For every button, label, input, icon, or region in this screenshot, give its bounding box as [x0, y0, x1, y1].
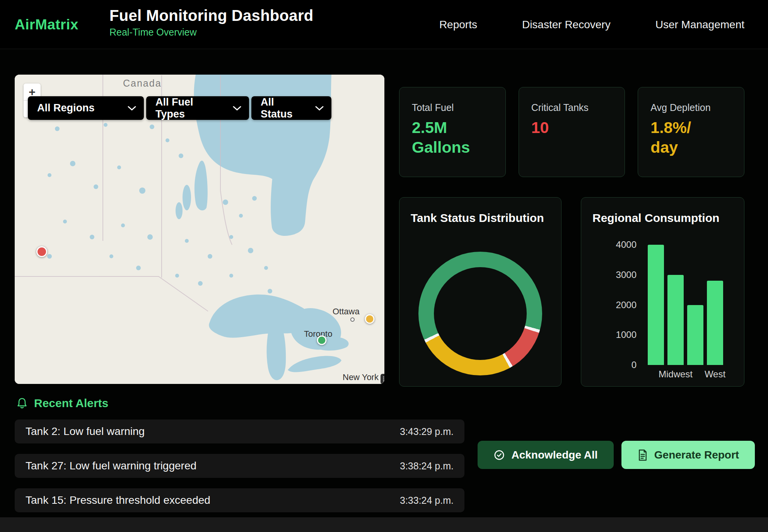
- nav-reports[interactable]: Reports: [439, 19, 477, 31]
- resize-handle[interactable]: [381, 374, 384, 384]
- donut-chart: [418, 252, 542, 375]
- stat-value: 2.5M Gallons: [412, 118, 483, 158]
- tank-status-chart-card: Tank Status Distribution: [399, 197, 561, 387]
- chevron-down-icon: [233, 106, 241, 111]
- alert-timestamp: 3:43:29 p.m.: [400, 426, 454, 437]
- chevron-down-icon: [128, 106, 136, 111]
- bottom-strip: [0, 517, 768, 532]
- regions-filter-value: All Regions: [37, 102, 95, 114]
- chevron-down-icon: [315, 106, 324, 111]
- bar: [667, 275, 684, 365]
- stats-row: Total Fuel 2.5M Gallons Critical Tanks 1…: [399, 87, 744, 177]
- bar-column: Midwest: [667, 245, 684, 365]
- y-tick-label: 1000: [616, 329, 637, 340]
- page-title: Fuel Monitoring Dashboard: [109, 7, 313, 24]
- alert-list: Tank 2: Low fuel warning 3:43:29 p.m. Ta…: [15, 419, 464, 523]
- stat-card-total-fuel: Total Fuel 2.5M Gallons: [399, 87, 506, 177]
- page-subtitle: Real-Time Overview: [109, 27, 313, 38]
- tank-marker-critical[interactable]: [36, 246, 47, 257]
- brand-logo: AirMatrix: [15, 0, 79, 49]
- document-icon: [637, 449, 648, 461]
- alert-message: Tank 15: Pressure threshold exceeded: [26, 494, 210, 506]
- y-tick-label: 4000: [616, 239, 637, 250]
- status-filter-dropdown[interactable]: All Status: [251, 96, 331, 120]
- chart-title: Regional Consumption: [592, 211, 719, 225]
- ottawa-city-ring-icon: [350, 317, 355, 322]
- alerts-heading-label: Recent Alerts: [34, 397, 108, 410]
- stat-label: Avg Depletion: [650, 102, 732, 113]
- stat-value: 10: [531, 118, 603, 138]
- bar-chart-bars: MidwestWest: [648, 245, 723, 365]
- nav-disaster-recovery[interactable]: Disaster Recovery: [522, 19, 611, 31]
- alert-timestamp: 3:33:24 p.m.: [400, 495, 454, 506]
- map-filter-row: All Regions All Fuel Types All Status: [28, 96, 331, 120]
- stat-label: Critical Tanks: [531, 102, 613, 113]
- tank-marker-normal[interactable]: [317, 336, 327, 345]
- generate-report-label: Generate Report: [654, 449, 739, 461]
- app-root: AirMatrix Fuel Monitoring Dashboard Real…: [0, 0, 768, 532]
- bar: [648, 245, 664, 365]
- acknowledge-all-label: Acknowledge All: [511, 449, 597, 461]
- circle-check-icon: [493, 449, 505, 461]
- bar: [707, 281, 723, 365]
- drag-dots-icon: [382, 376, 384, 382]
- status-filter-value: All Status: [261, 96, 305, 120]
- alert-row[interactable]: Tank 15: Pressure threshold exceeded 3:3…: [15, 488, 464, 512]
- bar-chart: 40003000200010000 MidwestWest: [595, 239, 723, 370]
- bar: [687, 305, 703, 365]
- alert-row[interactable]: Tank 2: Low fuel warning 3:43:29 p.m.: [15, 419, 464, 443]
- bar-y-axis: 40003000200010000: [595, 239, 642, 370]
- regions-filter-dropdown[interactable]: All Regions: [28, 96, 144, 120]
- header: AirMatrix Fuel Monitoring Dashboard Real…: [0, 0, 768, 49]
- stat-value: 1.8%/ day: [650, 118, 722, 158]
- stat-card-avg-depletion: Avg Depletion 1.8%/ day: [638, 87, 744, 177]
- y-tick-label: 3000: [616, 269, 637, 280]
- fuel-types-filter-dropdown[interactable]: All Fuel Types: [146, 96, 249, 120]
- acknowledge-all-button[interactable]: Acknowledge All: [478, 441, 614, 469]
- donut-hole: [434, 267, 527, 360]
- alert-message: Tank 27: Low fuel warning triggered: [26, 460, 196, 472]
- bell-icon: [16, 397, 28, 409]
- chart-title: Tank Status Distribution: [411, 211, 544, 225]
- tank-marker-warning[interactable]: [365, 314, 375, 324]
- y-tick-label: 2000: [616, 300, 637, 310]
- alert-timestamp: 3:38:24 p.m.: [400, 460, 454, 472]
- alert-row[interactable]: Tank 27: Low fuel warning triggered 3:38…: [15, 454, 464, 478]
- map[interactable]: Canada Ottawa Toronto New York + − All R…: [15, 75, 384, 384]
- map-geography: [15, 75, 384, 384]
- generate-report-button[interactable]: Generate Report: [621, 441, 755, 469]
- stat-label: Total Fuel: [412, 102, 493, 113]
- main-nav: Reports Disaster Recovery User Managemen…: [439, 0, 744, 49]
- y-tick-label: 0: [631, 360, 637, 370]
- alerts-heading: Recent Alerts: [16, 397, 108, 410]
- alert-message: Tank 2: Low fuel warning: [26, 425, 145, 438]
- bar-column: [687, 245, 703, 365]
- bar-column: [648, 245, 664, 365]
- regional-consumption-chart-card: Regional Consumption 40003000200010000 M…: [581, 197, 744, 387]
- stat-card-critical-tanks: Critical Tanks 10: [519, 87, 625, 177]
- bar-column: West: [707, 245, 723, 365]
- x-tick-label: West: [705, 369, 725, 380]
- x-tick-label: Midwest: [659, 369, 693, 380]
- title-block: Fuel Monitoring Dashboard Real-Time Over…: [109, 7, 313, 38]
- nav-user-management[interactable]: User Management: [655, 19, 744, 31]
- fuel-types-filter-value: All Fuel Types: [155, 96, 223, 120]
